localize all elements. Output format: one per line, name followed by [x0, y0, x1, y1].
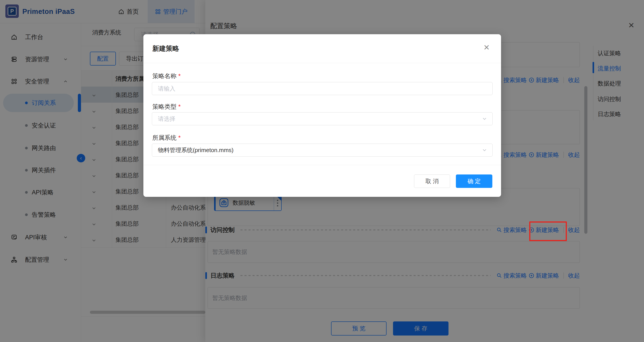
confirm-button[interactable]: 确 定 [456, 174, 492, 188]
annotation-highlight-box [529, 222, 567, 241]
modal-title: 新建策略 [152, 44, 179, 53]
field-label-system: 所属系统* [152, 134, 181, 142]
required-asterisk: * [178, 73, 181, 80]
field-label-policy-type: 策略类型* [152, 103, 181, 111]
divider [144, 165, 501, 165]
chevron-down-icon [482, 116, 488, 122]
policy-type-select[interactable]: 请选择 [152, 112, 492, 125]
cancel-button[interactable]: 取 消 [414, 174, 450, 188]
close-icon[interactable]: ✕ [484, 44, 490, 51]
new-policy-modal: 新建策略 ✕ 策略名称* 请输入 策略类型* 请选择 所属系统* 物料管理系统(… [144, 34, 501, 197]
field-label-policy-name: 策略名称* [152, 72, 181, 80]
select-value: 物料管理系统(primeton.mms) [158, 146, 482, 154]
required-asterisk: * [178, 134, 181, 141]
input-placeholder: 请输入 [158, 85, 492, 92]
divider [144, 63, 501, 63]
system-select[interactable]: 物料管理系统(primeton.mms) [152, 144, 492, 156]
policy-name-input[interactable]: 请输入 [152, 82, 492, 95]
chevron-down-icon [482, 147, 488, 153]
select-placeholder: 请选择 [158, 115, 482, 123]
required-asterisk: * [178, 103, 181, 110]
